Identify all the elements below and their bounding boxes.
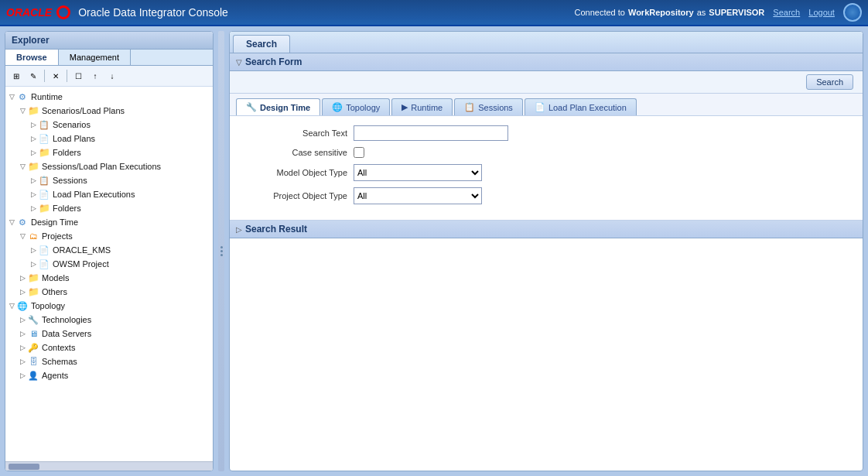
folder-icon-3: 📁	[27, 160, 39, 173]
label-models: Models	[42, 273, 69, 283]
tree-item-folders-2[interactable]: ▷ 📁 Folders	[5, 201, 213, 215]
folder-icon-others: 📁	[27, 286, 39, 298]
section-toggle-result[interactable]: ▷	[236, 225, 242, 234]
list-icon-sessions: 📋	[38, 174, 50, 187]
toggle-contexts[interactable]: ▷	[18, 343, 27, 352]
label-data-servers: Data Servers	[42, 329, 91, 338]
header-search-link[interactable]: Search	[773, 8, 800, 17]
toggle-agents[interactable]: ▷	[18, 371, 27, 380]
tree-item-technologies[interactable]: ▷ 🔧 Technologies	[5, 313, 213, 327]
tree-container[interactable]: ▽ ⚙ Runtime ▽ 📁 Scenarios/Load Plans ▷ 📋…	[5, 87, 213, 461]
view-btn[interactable]: ⊞	[9, 68, 24, 84]
schema-icon: 🗄	[27, 355, 39, 368]
search-panel: Search ▽ Search Form Search 🔧 Design Tim…	[229, 31, 863, 471]
logo-area: ORACLE Oracle Data Integrator Console	[6, 5, 228, 19]
toggle-scenarios-load-plans[interactable]: ▽	[18, 106, 27, 115]
tree-item-topology[interactable]: ▽ 🌐 Topology	[5, 299, 213, 313]
toggle-projects[interactable]: ▽	[18, 231, 27, 241]
project-object-type-select[interactable]: All	[354, 187, 482, 204]
toggle-topology[interactable]: ▽	[7, 301, 16, 310]
toggle-technologies[interactable]: ▷	[18, 315, 27, 324]
sub-tab-load-plan-execution[interactable]: 📄 Load Plan Execution	[525, 98, 637, 115]
toggle-design-time[interactable]: ▽	[7, 217, 16, 227]
tree-item-oracle-kms[interactable]: ▷ 📄 ORACLE_KMS	[5, 243, 213, 257]
tree-item-scenarios-load-plans[interactable]: ▽ 📁 Scenarios/Load Plans	[5, 104, 213, 118]
tab-search[interactable]: Search	[233, 35, 290, 53]
hscrollbar-thumb[interactable]	[9, 464, 39, 470]
tree-item-models[interactable]: ▷ 📁 Models	[5, 271, 213, 285]
search-button[interactable]: Search	[806, 74, 853, 90]
header-icon	[843, 3, 862, 22]
search-form-section-header[interactable]: ▽ Search Form	[230, 53, 863, 71]
case-sensitive-checkbox[interactable]	[354, 147, 364, 158]
oracle-brand: ORACLE	[6, 6, 52, 19]
tree-item-others[interactable]: ▷ 📁 Others	[5, 285, 213, 299]
tree-item-design-time[interactable]: ▽ ⚙ Design Time	[5, 215, 213, 229]
sub-tab-topology[interactable]: 🌐 Topology	[322, 98, 390, 115]
toggle-folders-1[interactable]: ▷	[29, 148, 38, 157]
doc-icon-load-plans: 📄	[38, 132, 50, 145]
label-owsm-project: OWSM Project	[53, 259, 109, 269]
tree-item-sessions-executions[interactable]: ▽ 📁 Sessions/Load Plan Executions	[5, 159, 213, 173]
tree-item-load-plan-executions[interactable]: ▷ 📄 Load Plan Executions	[5, 187, 213, 201]
tree-item-scenarios[interactable]: ▷ 📋 Scenarios	[5, 118, 213, 132]
toggle-runtime[interactable]: ▽	[7, 92, 16, 101]
toggle-sessions[interactable]: ▷	[29, 176, 38, 185]
tree-item-contexts[interactable]: ▷ 🔑 Contexts	[5, 341, 213, 354]
tree-item-sessions[interactable]: ▷ 📋 Sessions	[5, 173, 213, 187]
toggle-owsm-project[interactable]: ▷	[29, 259, 38, 269]
model-object-type-select[interactable]: All	[354, 164, 482, 181]
label-contexts: Contexts	[42, 343, 75, 352]
label-load-plans: Load Plans	[53, 134, 95, 143]
toggle-schemas[interactable]: ▷	[18, 357, 27, 366]
toggle-load-plan-executions[interactable]: ▷	[29, 190, 38, 199]
label-runtime: Runtime	[31, 92, 63, 101]
delete-btn[interactable]: ✕	[48, 68, 63, 84]
label-others: Others	[42, 287, 67, 296]
search-button-area: Search	[230, 71, 863, 94]
search-result-section-header[interactable]: ▷ Search Result	[230, 221, 863, 238]
tree-item-data-servers[interactable]: ▷ 🖥 Data Servers	[5, 327, 213, 341]
tab-browse[interactable]: Browse	[5, 50, 59, 65]
search-content: ▽ Search Form Search 🔧 Design Time 🌐 Top…	[230, 53, 863, 471]
sub-tab-sessions[interactable]: 📋 Sessions	[454, 98, 523, 115]
vertical-resize-bar[interactable]	[218, 31, 224, 471]
toggle-oracle-kms[interactable]: ▷	[29, 245, 38, 255]
tree-item-schemas[interactable]: ▷ 🗄 Schemas	[5, 354, 213, 368]
toggle-models[interactable]: ▷	[18, 273, 27, 283]
toolbar-sep-1	[44, 70, 45, 82]
sub-tab-design-time[interactable]: 🔧 Design Time	[236, 98, 320, 115]
section-toggle-form[interactable]: ▽	[236, 58, 242, 67]
explorer-panel: Explorer Browse Management ⊞ ✎ ✕ ☐ ↑ ↓ ▽…	[5, 31, 214, 471]
tree-item-load-plans[interactable]: ▷ 📄 Load Plans	[5, 132, 213, 146]
sub-tab-runtime[interactable]: ▶ Runtime	[391, 98, 453, 115]
tree-item-projects[interactable]: ▽ 🗂 Projects	[5, 229, 213, 243]
label-agents: Agents	[42, 371, 68, 380]
header-right: Connected to WorkRepository as SUPERVISO…	[575, 3, 862, 22]
upload-btn[interactable]: ↑	[87, 68, 103, 84]
edit-btn[interactable]: ✎	[26, 68, 41, 84]
toggle-others[interactable]: ▷	[18, 287, 27, 296]
folder-icon-1: 📁	[27, 104, 39, 117]
header-logout-link[interactable]: Logout	[808, 8, 835, 17]
folder-icon-2: 📁	[38, 146, 50, 159]
tree-item-owsm-project[interactable]: ▷ 📄 OWSM Project	[5, 257, 213, 271]
toggle-load-plans[interactable]: ▷	[29, 134, 38, 143]
connection-info: Connected to	[575, 8, 625, 17]
tree-item-runtime[interactable]: ▽ ⚙ Runtime	[5, 90, 213, 104]
toggle-folders-2[interactable]: ▷	[29, 204, 38, 213]
tree-item-folders-1[interactable]: ▷ 📁 Folders	[5, 146, 213, 159]
tree-hscrollbar[interactable]	[5, 461, 213, 471]
search-text-input[interactable]	[354, 125, 508, 141]
search-form-fields: Search Text Case sensitive Model Object …	[230, 116, 863, 220]
toggle-data-servers[interactable]: ▷	[18, 329, 27, 338]
new-btn[interactable]: ☐	[70, 68, 86, 84]
toggle-sessions-executions[interactable]: ▽	[18, 162, 27, 171]
download-btn[interactable]: ↓	[104, 68, 120, 84]
toggle-scenarios[interactable]: ▷	[29, 120, 38, 129]
label-scenarios-load-plans: Scenarios/Load Plans	[42, 106, 125, 115]
toolbar-sep-2	[67, 70, 67, 82]
right-panel: Search ▽ Search Form Search 🔧 Design Tim…	[229, 31, 863, 471]
tree-item-agents[interactable]: ▷ 👤 Agents	[5, 368, 213, 382]
tab-management[interactable]: Management	[59, 50, 131, 65]
